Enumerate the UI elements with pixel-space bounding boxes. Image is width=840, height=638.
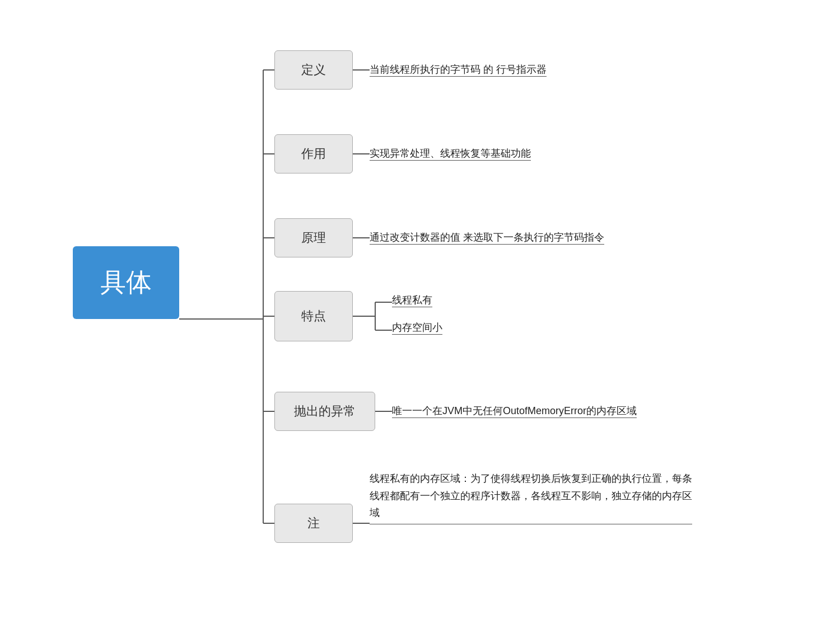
branch-tedian: 特点 (274, 291, 353, 341)
root-label: 具体 (100, 265, 152, 300)
branch-zhu-label: 注 (307, 515, 320, 532)
leaf-zuoyong: 实现异常处理、线程恢复等基础功能 (370, 147, 531, 161)
leaf-zhu-text: 线程私有的内存区域：为了使得线程切换后恢复到正确的执行位置，每条线程都配有一个独… (370, 473, 692, 518)
leaf-tedian-2: 内存空间小 (392, 321, 442, 335)
leaf-zhu: 线程私有的内存区域：为了使得线程切换后恢复到正确的执行位置，每条线程都配有一个独… (370, 470, 692, 524)
branch-yuanli: 原理 (274, 218, 353, 257)
branch-dingyi-label: 定义 (301, 62, 326, 78)
leaf-tedian-1: 线程私有 (392, 293, 432, 307)
leaf-dingyi: 当前线程所执行的字节码 的 行号指示器 (370, 63, 547, 77)
connector-lines (28, 17, 812, 621)
root-node: 具体 (73, 246, 179, 319)
leaf-yichang: 唯一一个在JVM中无任何OutofMemoryError的内存区域 (392, 404, 637, 418)
branch-tedian-label: 特点 (301, 308, 326, 325)
branch-zhu: 注 (274, 504, 353, 543)
mind-map: 具体 定义 当前线程所执行的字节码 的 行号指示器 作用 实现异常处理、线程恢复… (28, 17, 812, 621)
leaf-yuanli: 通过改变计数器的值 来选取下一条执行的字节码指令 (370, 231, 604, 245)
branch-zuoyong: 作用 (274, 134, 353, 173)
branch-zuoyong-label: 作用 (301, 146, 326, 162)
branch-yichang: 抛出的异常 (274, 392, 375, 431)
branch-yichang-label: 抛出的异常 (294, 403, 356, 420)
branch-yuanli-label: 原理 (301, 229, 326, 246)
branch-dingyi: 定义 (274, 50, 353, 90)
